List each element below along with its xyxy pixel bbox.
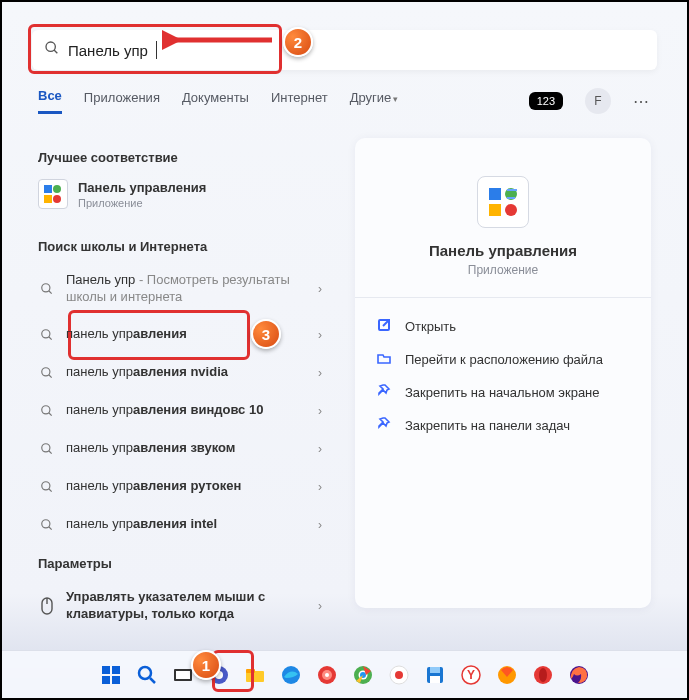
section-best-match: Лучшее соответствие [38, 150, 318, 165]
chevron-right-icon: › [318, 366, 322, 380]
preview-app-icon [477, 176, 529, 228]
fox-button[interactable] [492, 660, 522, 690]
svg-line-37 [150, 678, 155, 683]
tab-web[interactable]: Интернет [271, 90, 328, 113]
pin-icon [377, 417, 393, 434]
web-suggestion[interactable]: панель управления intel › [38, 506, 318, 544]
svg-point-14 [42, 406, 50, 414]
svg-point-20 [42, 520, 50, 528]
settings-result[interactable]: Управлять указателем мыши с клавиатуры, … [38, 579, 318, 633]
opera-button[interactable] [528, 660, 558, 690]
folder-icon [377, 351, 393, 368]
svg-rect-43 [246, 669, 255, 673]
web-suggestion[interactable]: панель управления звуком › [38, 430, 318, 468]
search-icon [44, 40, 60, 60]
svg-point-0 [46, 42, 55, 51]
chrome-button[interactable] [348, 660, 378, 690]
tab-apps[interactable]: Приложения [84, 90, 160, 113]
search-icon [38, 326, 56, 344]
svg-point-36 [139, 667, 151, 679]
search-taskbar-button[interactable] [132, 660, 162, 690]
explorer-button[interactable] [240, 660, 270, 690]
chevron-right-icon: › [318, 404, 322, 418]
svg-line-15 [49, 413, 52, 416]
tab-more[interactable]: Другие▾ [350, 90, 399, 113]
action-label: Перейти к расположению файла [405, 352, 603, 367]
svg-point-10 [42, 330, 50, 338]
svg-rect-32 [102, 666, 110, 674]
search-icon [38, 280, 56, 298]
yandex-button[interactable] [384, 660, 414, 690]
search-icon [38, 364, 56, 382]
user-avatar[interactable]: F [585, 88, 611, 114]
web-suggestion[interactable]: панель управления рутокен › [38, 468, 318, 506]
preview-title: Панель управления [377, 242, 629, 259]
edge-button[interactable] [276, 660, 306, 690]
search-icon [38, 516, 56, 534]
app-red-button[interactable] [312, 660, 342, 690]
web-suggestion[interactable]: Панель упр - Посмотреть результаты школы… [38, 262, 318, 316]
preview-action[interactable]: Перейти к расположению файла [377, 343, 629, 376]
firefox-button[interactable] [564, 660, 594, 690]
chevron-right-icon: › [318, 282, 322, 296]
save-button[interactable] [420, 660, 450, 690]
svg-point-12 [42, 368, 50, 376]
svg-point-7 [53, 195, 61, 203]
svg-point-52 [395, 671, 403, 679]
svg-line-17 [49, 451, 52, 454]
search-bar[interactable]: Панель упр [32, 30, 657, 70]
section-settings: Параметры [38, 556, 318, 571]
action-label: Закрепить на начальном экране [405, 385, 600, 400]
preview-action[interactable]: Закрепить на начальном экране [377, 376, 629, 409]
web-suggestion[interactable]: панель управления виндовс 10 › [38, 392, 318, 430]
chevron-right-icon: › [318, 328, 322, 342]
svg-line-11 [49, 337, 52, 340]
preview-panel: Панель управления Приложение ОткрытьПере… [355, 138, 651, 608]
action-label: Закрепить на панели задач [405, 418, 570, 433]
count-pill[interactable]: 123 [529, 92, 563, 110]
web-suggestion[interactable]: панель управления nvidia › [38, 354, 318, 392]
annotation-arrow [162, 38, 262, 46]
svg-rect-33 [112, 666, 120, 674]
annotation-badge-1: 1 [191, 650, 221, 680]
chevron-right-icon: › [318, 480, 322, 494]
divider [355, 297, 651, 298]
svg-rect-24 [489, 188, 501, 200]
web-suggestion[interactable]: панель управления › [38, 316, 318, 354]
mouse-icon [38, 597, 56, 615]
search-input-text[interactable]: Панель упр [68, 42, 148, 59]
svg-line-9 [49, 291, 52, 294]
tab-all[interactable]: Все [38, 88, 62, 114]
chevron-right-icon: › [318, 442, 322, 456]
svg-rect-4 [44, 185, 52, 193]
svg-point-60 [539, 668, 547, 682]
svg-line-1 [54, 50, 57, 53]
svg-rect-26 [489, 204, 501, 216]
svg-point-16 [42, 444, 50, 452]
svg-line-19 [49, 489, 52, 492]
results-column: Лучшее соответствие Панель управления Пр… [38, 138, 318, 633]
svg-rect-35 [112, 676, 120, 684]
chevron-down-icon: ▾ [393, 94, 398, 104]
best-match-result[interactable]: Панель управления Приложение [38, 173, 318, 217]
action-label: Открыть [405, 319, 456, 334]
search-icon [38, 478, 56, 496]
tab-docs[interactable]: Документы [182, 90, 249, 113]
svg-text:Y: Y [466, 668, 474, 682]
svg-rect-55 [430, 676, 440, 683]
start-button[interactable] [96, 660, 126, 690]
open-icon [377, 318, 393, 335]
svg-point-27 [505, 204, 517, 216]
best-match-title: Панель управления [78, 180, 206, 195]
search-icon [38, 402, 56, 420]
search-icon [38, 440, 56, 458]
y-button[interactable]: Y [456, 660, 486, 690]
best-match-subtitle: Приложение [78, 197, 206, 209]
preview-action[interactable]: Закрепить на панели задач [377, 409, 629, 442]
svg-rect-6 [44, 195, 52, 203]
suggestion-text: панель управления intel [66, 516, 318, 533]
suggestion-text: Панель упр - Посмотреть результаты школы… [66, 272, 318, 306]
more-menu-icon[interactable]: ⋯ [633, 92, 651, 111]
preview-action[interactable]: Открыть [377, 310, 629, 343]
svg-line-21 [49, 527, 52, 530]
